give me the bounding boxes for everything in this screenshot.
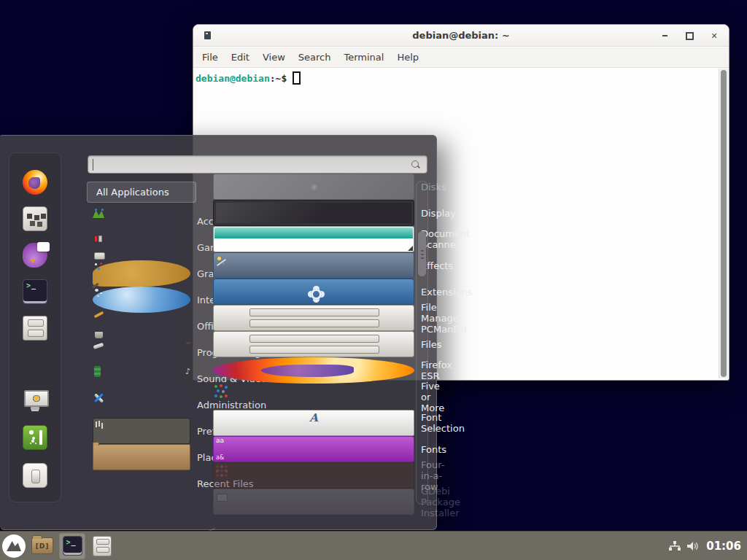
favorite-files[interactable] [23, 316, 47, 341]
sound-video-icon [93, 365, 190, 392]
favorite-firefox[interactable] [23, 170, 47, 195]
terminal-icon [63, 536, 82, 556]
category-all-applications[interactable]: All Applications [87, 182, 196, 203]
category-sound-video[interactable]: Sound & Video [87, 365, 196, 392]
menubar-item[interactable]: Edit [225, 47, 256, 68]
prompt-user-host: debian@debian [196, 73, 270, 84]
clock[interactable]: 01:06 [706, 540, 741, 553]
terminal-taskbar-button[interactable] [59, 533, 85, 559]
app-display[interactable]: Display [198, 200, 414, 226]
session-buttons [9, 387, 61, 488]
menu-scrollbar-thumb[interactable] [418, 231, 426, 276]
search-icon [411, 160, 421, 170]
terminal-scrollbar-thumb[interactable] [721, 70, 727, 377]
app-disks[interactable]: Disks [198, 174, 414, 200]
category-places[interactable]: Places [87, 444, 196, 470]
category-administration[interactable]: Administration [87, 392, 196, 418]
app-four-in-a-row[interactable]: Four-in-a-row [198, 462, 414, 489]
category-accessories[interactable]: Accessories [87, 208, 196, 234]
app-five-or-more[interactable]: Five or More [198, 384, 414, 410]
category-games[interactable]: Games [87, 234, 196, 260]
terminal-title: debian@debian: ~ [193, 25, 729, 47]
category-preferences[interactable]: Preferences [87, 418, 196, 444]
category-programming[interactable]: Programming [87, 339, 196, 365]
menu-favorites-panel [9, 152, 61, 502]
menubar-item[interactable]: Terminal [337, 47, 390, 68]
file-cabinet-icon [93, 536, 112, 556]
application-label: Extensions [421, 287, 473, 298]
graphics-icon [93, 260, 190, 287]
disks-icon [213, 174, 414, 200]
maximize-button-icon[interactable] [682, 28, 697, 43]
app-effects[interactable]: Effects [198, 252, 414, 279]
preferences-icon [93, 418, 190, 444]
lock-screen-icon [23, 387, 47, 412]
places-icon [93, 444, 190, 470]
category-internet[interactable]: Internet [87, 287, 196, 313]
category-label: All Applications [96, 187, 169, 198]
five-or-more-icon [213, 384, 414, 410]
category-office[interactable]: Office [87, 313, 196, 339]
app-font-selection[interactable]: Font Selection [198, 410, 414, 436]
games-icon [93, 234, 190, 260]
menubar-item[interactable]: Help [390, 47, 425, 68]
app-files[interactable]: Files [198, 331, 414, 357]
taskbar: [D] 01:06 [0, 531, 747, 560]
app-extensions[interactable]: Extensions [198, 279, 414, 305]
close-button-icon[interactable] [707, 28, 721, 43]
folder-badge: [D] [36, 542, 50, 550]
volume-icon[interactable] [687, 541, 700, 551]
logout-icon [23, 425, 47, 450]
application-label: Document Scanner [421, 228, 470, 250]
app-gdebi-package-installer[interactable]: GDebi Package Installer [198, 489, 414, 515]
favorite-software[interactable] [23, 206, 47, 231]
terminal-titlebar[interactable]: debian@debian: ~ [193, 25, 729, 47]
system-tray: 01:06 [669, 540, 747, 553]
four-in-a-row-icon [213, 462, 414, 489]
fonts-icon [213, 436, 414, 462]
menubar-item[interactable]: View [256, 47, 292, 68]
favorite-pidgin[interactable] [23, 243, 47, 268]
app-firefox-esr[interactable]: Firefox ESR [198, 357, 414, 384]
shutdown-button[interactable] [23, 463, 47, 488]
minimize-button-icon[interactable] [657, 28, 672, 43]
lock-screen-button[interactable] [23, 387, 47, 412]
desktop: debian@debian: ~ FileEditViewSearchTermi… [0, 0, 747, 560]
logout-button[interactable] [23, 425, 47, 450]
category-graphics[interactable]: Graphics [87, 260, 196, 287]
network-icon[interactable] [669, 541, 681, 551]
terminal-menubar: FileEditViewSearchTerminalHelp [193, 47, 729, 68]
files-launcher[interactable] [89, 533, 115, 559]
gdebi-icon [213, 489, 414, 515]
document-scanner-icon [213, 226, 414, 252]
menubar-item[interactable]: Search [292, 47, 338, 68]
menu-button[interactable] [2, 534, 26, 558]
category-list: All Applications Accessories Games Graph… [87, 182, 196, 497]
application-list: Disks Display Document Scanner Effects E… [198, 174, 414, 515]
app-fonts[interactable]: Fonts [198, 436, 414, 462]
display-icon [213, 200, 414, 226]
office-icon [93, 313, 190, 339]
folder-icon: [D] [31, 537, 53, 554]
favorites-list [9, 170, 61, 341]
accessories-icon [93, 208, 190, 234]
firefox-icon [213, 357, 414, 384]
cabinet-icon [213, 331, 414, 357]
search-input[interactable] [88, 155, 427, 174]
terminal-dark-icon [23, 279, 47, 304]
app-file-manager-pcmanfm[interactable]: File Manager PCManFM [198, 305, 414, 331]
category-recent-files[interactable]: Recent Files [87, 470, 196, 497]
terminal-scrollbar[interactable] [719, 69, 728, 378]
app-document-scanner[interactable]: Document Scanner [198, 226, 414, 252]
keyboard-box-icon [23, 206, 47, 231]
prompt-suffix: :~$ [270, 73, 287, 84]
menubar-item[interactable]: File [196, 47, 225, 68]
favorite-terminal[interactable] [23, 279, 47, 304]
font-selection-icon [213, 410, 414, 436]
folder-launcher[interactable]: [D] [29, 533, 55, 559]
menu-scrollbar[interactable] [416, 181, 428, 505]
cabinet-icon [23, 316, 47, 341]
window-controls [657, 25, 721, 47]
shutdown-icon [23, 463, 47, 488]
cabinet-icon [213, 305, 414, 331]
